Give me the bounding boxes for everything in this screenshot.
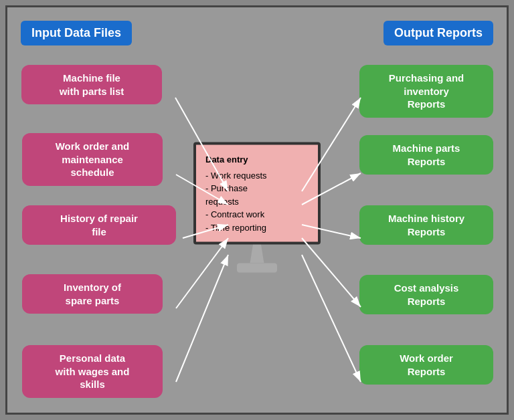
monitor-title: Data entry [205,153,309,167]
monitor-base [237,264,277,273]
output-machine-history: Machine historyReports [359,205,493,245]
input-history-repair: History of repairfile [22,205,176,245]
output-work-order: Work orderReports [359,345,493,385]
svg-line-11 [302,255,361,382]
output-machine-parts: Machine partsReports [359,135,493,175]
input-work-order: Work order andmaintenanceschedule [22,133,163,186]
output-purchasing: Purchasing andinventoryReports [359,65,493,118]
monitor-screen: Data entry Work requests Purchaserequest… [193,142,321,245]
input-inventory: Inventory ofspare parts [22,274,163,314]
monitor-stand [247,245,267,264]
main-container: Input Data Files Output Reports Machine … [5,5,509,415]
monitor: Data entry Work requests Purchaserequest… [193,142,321,273]
monitor-item-2: Purchaserequests [205,182,309,208]
output-cost-analysis: Cost analysisReports [359,275,493,314]
monitor-item-3: Contract work [205,208,309,221]
monitor-item-4: Time reporting [205,221,309,234]
input-machine-file: Machine filewith parts list [21,65,162,104]
output-header: Output Reports [383,21,493,45]
svg-line-6 [176,255,228,382]
input-header: Input Data Files [21,21,132,45]
input-personal-data: Personal datawith wages andskills [22,345,163,398]
monitor-item-1: Work requests [205,169,309,182]
